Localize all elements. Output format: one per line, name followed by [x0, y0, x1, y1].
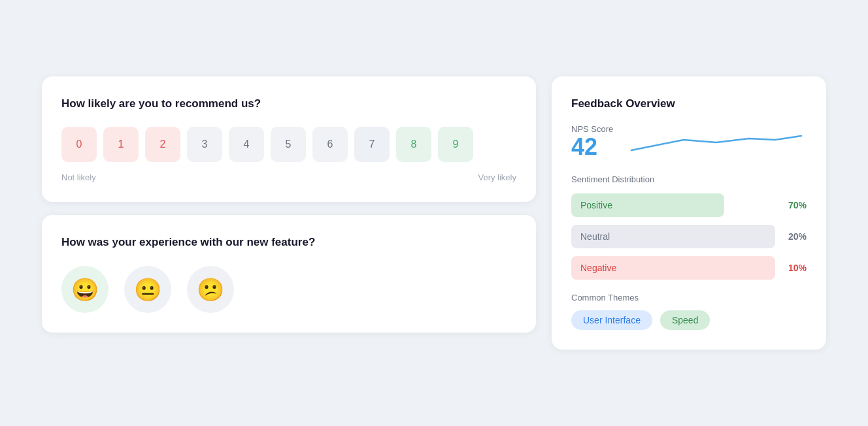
nps-btn-0[interactable]: 0: [61, 127, 97, 162]
sentiment-pct-neutral: 20%: [783, 231, 807, 242]
nps-score-block: NPS Score 42: [571, 124, 613, 159]
right-column: Feedback Overview NPS Score 42 Sentiment…: [552, 76, 826, 350]
emoji-btn-sad[interactable]: 😕: [187, 266, 234, 313]
sentiment-bar-negative: Negative: [571, 256, 775, 280]
sentiment-pct-negative: 10%: [783, 263, 807, 273]
nps-btn-5[interactable]: 5: [271, 127, 306, 162]
nps-btn-8[interactable]: 8: [396, 127, 431, 162]
emoji-btn-neutral[interactable]: 😐: [124, 266, 171, 313]
sentiment-title: Sentiment Distribution: [571, 174, 807, 184]
nps-buttons-row: 0123456789: [61, 127, 516, 162]
sentiment-pct-positive: 70%: [783, 200, 807, 210]
emoji-card: How was your experience with our new fea…: [42, 215, 536, 333]
nps-btn-2[interactable]: 2: [145, 127, 180, 162]
nps-score-label: NPS Score: [571, 124, 613, 134]
sentiment-row-negative: Negative10%: [571, 256, 807, 280]
nps-card: How likely are you to recommend us? 0123…: [42, 76, 536, 203]
nps-labels: Not likely Very likely: [61, 172, 516, 182]
sentiment-bar-wrap-negative: Negative: [571, 256, 775, 280]
emoji-row: 😀😐😕: [61, 266, 516, 313]
left-column: How likely are you to recommend us? 0123…: [42, 76, 536, 333]
nps-label-low: Not likely: [61, 172, 96, 182]
nps-label-high: Very likely: [478, 172, 516, 182]
nps-chart: [626, 125, 807, 158]
sentiment-bar-wrap-neutral: Neutral: [571, 225, 775, 248]
sentiment-list: Positive70%Neutral20%Negative10%: [571, 193, 807, 280]
nps-card-title: How likely are you to recommend us?: [61, 96, 516, 112]
sentiment-bar-positive: Positive: [571, 193, 724, 217]
nps-btn-4[interactable]: 4: [229, 127, 264, 162]
themes-row: User InterfaceSpeed: [571, 310, 807, 330]
nps-btn-6[interactable]: 6: [312, 127, 348, 162]
sentiment-row-positive: Positive70%: [571, 193, 807, 217]
feedback-overview-title: Feedback Overview: [571, 96, 807, 112]
sentiment-bar-neutral: Neutral: [571, 225, 775, 248]
page-container: How likely are you to recommend us? 0123…: [42, 76, 826, 350]
theme-tag-user-interface[interactable]: User Interface: [571, 310, 652, 330]
emoji-card-title: How was your experience with our new fea…: [61, 235, 516, 250]
nps-btn-3[interactable]: 3: [187, 127, 222, 162]
emoji-btn-happy[interactable]: 😀: [61, 266, 108, 313]
sentiment-bar-wrap-positive: Positive: [571, 193, 775, 217]
common-themes-title: Common Themes: [571, 293, 807, 303]
nps-btn-9[interactable]: 9: [438, 127, 473, 162]
nps-overview-row: NPS Score 42: [571, 124, 807, 159]
nps-btn-7[interactable]: 7: [354, 127, 390, 162]
nps-score-value: 42: [571, 135, 613, 159]
nps-btn-1[interactable]: 1: [103, 127, 139, 162]
sentiment-row-neutral: Neutral20%: [571, 225, 807, 248]
theme-tag-speed[interactable]: Speed: [660, 310, 710, 330]
feedback-overview-card: Feedback Overview NPS Score 42 Sentiment…: [552, 76, 826, 350]
